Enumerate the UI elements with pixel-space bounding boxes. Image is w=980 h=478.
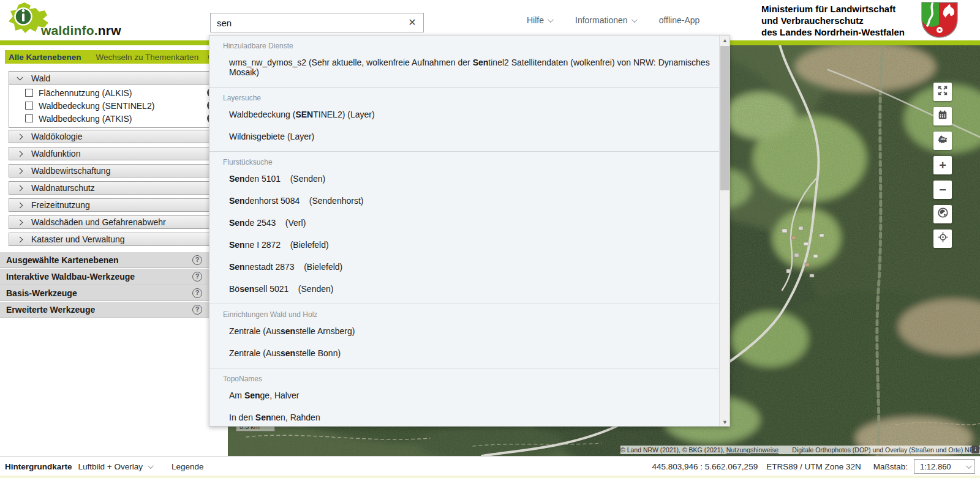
menu-item-offlineapp[interactable]: offline-App <box>659 15 700 25</box>
dropdown-section: FlurstücksucheSenden 5101 (Senden)Senden… <box>209 152 720 304</box>
search-results-dropdown: Hinzuladbare Dienstewms_nw_dymos_s2 (Seh… <box>209 35 730 427</box>
search-clear-icon[interactable]: ✕ <box>406 17 418 29</box>
layer-label: Waldbedeckung (ATKIS) <box>39 114 132 124</box>
search-result-item[interactable]: wms_nw_dymos_s2 (Sehr aktuelle, wolkenfr… <box>209 51 720 83</box>
section-label: Waldfunktion <box>31 149 80 159</box>
sidebar-section-waldökologie[interactable]: Waldökologie <box>9 130 211 143</box>
calendar-icon <box>937 110 948 124</box>
chevron-down-icon <box>966 463 972 469</box>
menu-item-label: offline-App <box>659 15 700 25</box>
chevron-down-icon <box>148 463 154 469</box>
map-controls: NRW+− <box>933 83 952 254</box>
locate-icon <box>937 231 949 246</box>
legend-button[interactable]: Legende <box>172 462 204 471</box>
sidebar-section-waldfunktion[interactable]: Waldfunktion <box>9 147 211 160</box>
dropdown-section: LayersucheWaldbedeckung (SENTINEL2) (Lay… <box>209 88 720 152</box>
attribution-source: Digitale Orthophotos (DOP) und Overlay (… <box>792 446 980 454</box>
sidebar-section-freizeitnutzung[interactable]: Freizeitnutzung <box>9 198 211 212</box>
sidebar-section-waldschädenundgefahrenabwehr[interactable]: Waldschäden und Gefahrenabwehr <box>9 215 211 229</box>
section-label: Waldschäden und Gefahrenabwehr <box>31 217 166 227</box>
search-result-item[interactable]: Sennestadt 2873 (Bielefeld) <box>209 256 720 278</box>
globe-button[interactable] <box>933 205 952 223</box>
scrollbar-thumb[interactable] <box>720 46 729 190</box>
section-label: Waldnaturschutz <box>31 183 95 193</box>
search-result-item[interactable]: In den Sennen, Rahden <box>209 406 720 427</box>
layer-checkbox[interactable] <box>25 102 33 110</box>
search-result-item[interactable]: Sendenhorst 5084 (Sendenhorst) <box>209 190 720 212</box>
calendar-button[interactable] <box>933 107 952 125</box>
sidebar-tabbar: Alle Kartenebenen Wechseln zu Themenkart… <box>5 50 223 64</box>
scale-value: 1:12.860 <box>920 462 951 471</box>
panel-help-icon[interactable]: ? <box>192 305 202 315</box>
sidebar-section-waldnaturschutz[interactable]: Waldnaturschutz <box>9 181 211 195</box>
nrw-extent-button[interactable]: NRW <box>933 132 952 150</box>
chevron-right-icon <box>17 185 23 191</box>
dropdown-scrollbar[interactable]: ▲ ▼ <box>719 35 729 427</box>
zoom-in-button[interactable]: + <box>933 156 952 174</box>
mouse-coordinates: 445.803,946 : 5.662.067,259 <box>652 462 758 471</box>
dropdown-section-header: Einrichtungen Wald und Holz <box>209 304 720 320</box>
zoom-in-icon: + <box>939 159 946 173</box>
menu-item-hilfe[interactable]: Hilfe <box>527 15 552 25</box>
locate-button[interactable] <box>933 230 952 248</box>
chevron-right-icon <box>17 219 23 225</box>
map-attribution: © Land NRW (2021), © BKG (2021), Nutzung… <box>620 446 980 454</box>
sidebar-section-katasterundverwaltung[interactable]: Kataster und Verwaltung <box>9 233 211 246</box>
layer-row: Waldbedeckung (SENTINEL2)i <box>9 99 210 112</box>
globe-icon <box>937 207 949 222</box>
layer-label: Waldbedeckung (SENTINEL2) <box>39 101 154 111</box>
scroll-down-icon[interactable]: ▼ <box>720 417 730 427</box>
panel-help-icon[interactable]: ? <box>192 288 202 298</box>
search-result-item[interactable]: Wildnisgebiete (Layer) <box>209 125 720 148</box>
panel-help-icon[interactable]: ? <box>192 272 202 282</box>
layer-row: Flächennutzung (ALKIS)i <box>9 86 210 99</box>
attribution-collapse-icon[interactable]: i <box>971 446 979 454</box>
zoom-out-button[interactable]: − <box>933 181 952 199</box>
zoom-out-icon: − <box>939 183 946 197</box>
dropdown-section-header: Layersuche <box>209 88 720 103</box>
scale-select[interactable]: 1:12.860 <box>914 459 975 474</box>
dropdown-section-header: Flurstücksuche <box>209 152 720 168</box>
scale-label: Maßstab: <box>873 462 908 471</box>
panel-erweitertewerkzeuge[interactable]: Erweiterte Werkzeuge? <box>0 302 216 318</box>
chevron-down-icon <box>631 17 638 23</box>
layer-group-wald-header[interactable]: Wald <box>9 72 210 85</box>
background-map-select[interactable]: Luftbild + Overlay <box>78 462 152 471</box>
fullscreen-icon <box>937 85 948 99</box>
panel-ausgewähltekartenebenen[interactable]: Ausgewählte Kartenebenen? <box>0 252 216 268</box>
panel-label: Erweiterte Werkzeuge <box>6 305 95 315</box>
bottom-edge-strip <box>0 476 980 478</box>
search-result-item[interactable]: Am Senge, Halver <box>209 384 720 406</box>
panel-help-icon[interactable]: ? <box>192 255 202 265</box>
sidebar-section-waldbewirtschaftung[interactable]: Waldbewirtschaftung <box>9 164 211 177</box>
menu-item-label: Hilfe <box>527 15 544 25</box>
fullscreen-button[interactable] <box>933 83 952 101</box>
layer-checkbox[interactable] <box>25 89 33 97</box>
search-result-item[interactable]: Zentrale (Aussenstelle Bonn) <box>209 342 720 364</box>
panel-basiswerkzeuge[interactable]: Basis-Werkzeuge? <box>0 285 216 301</box>
chevron-right-icon <box>17 168 23 174</box>
dropdown-section: TopoNamesAm Senge, HalverIn den Sennen, … <box>209 368 720 427</box>
scroll-up-icon[interactable]: ▲ <box>720 35 730 45</box>
attribution-link[interactable]: Nutzungshinweise <box>726 446 778 454</box>
search-result-item[interactable]: Bösensell 5021 (Senden) <box>209 278 720 300</box>
panel-label: Interaktive Waldbau-Werkzeuge <box>6 272 135 282</box>
section-label: Kataster und Verwaltung <box>31 234 125 244</box>
search-result-item[interactable]: Sende 2543 (Verl) <box>209 212 720 234</box>
search-result-item[interactable]: Senne I 2872 (Bielefeld) <box>209 234 720 256</box>
search-result-item[interactable]: Senden 5101 (Senden) <box>209 168 720 190</box>
layer-group-wald: Wald Flächennutzung (ALKIS)iWaldbedeckun… <box>9 71 211 128</box>
section-label: Waldökologie <box>31 132 83 141</box>
search-result-item[interactable]: Zentrale (Aussenstelle Arnsberg) <box>209 320 720 342</box>
ministry-line: des Landes Nordrhein-Westfalen <box>761 26 905 38</box>
search-result-item[interactable]: Waldbedeckung (SENTINEL2) (Layer) <box>209 103 720 125</box>
section-label: Freizeitnutzung <box>31 200 90 210</box>
app-logo[interactable]: waldinfo.nrw <box>6 1 135 39</box>
menu-item-informationen[interactable]: Informationen <box>575 15 636 25</box>
panel-interaktivewaldbauwerkzeuge[interactable]: Interaktive Waldbau-Werkzeuge? <box>0 269 216 285</box>
layer-checkbox[interactable] <box>25 114 33 122</box>
tab-wechseln-themenkarten[interactable]: Wechseln zu Themenkarten <box>96 53 199 62</box>
search-input[interactable] <box>210 13 424 32</box>
tab-alle-kartenebenen[interactable]: Alle Kartenebenen <box>9 53 81 62</box>
dropdown-section-header: Hinzuladbare Dienste <box>209 35 720 51</box>
